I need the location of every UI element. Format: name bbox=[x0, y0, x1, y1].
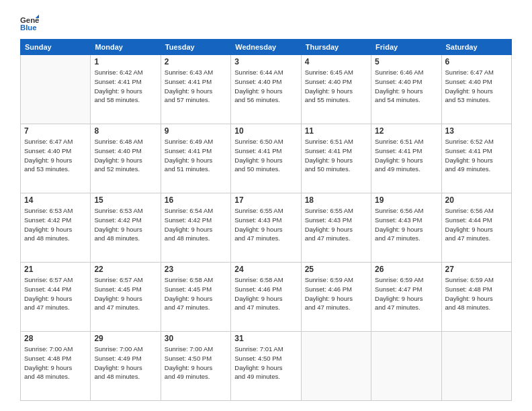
logo-icon: General Blue bbox=[20, 13, 39, 32]
header: General Blue bbox=[20, 13, 512, 32]
calendar-cell: 22Sunrise: 6:57 AM Sunset: 4:45 PM Dayli… bbox=[91, 263, 161, 332]
day-info: Sunrise: 7:00 AM Sunset: 4:49 PM Dayligh… bbox=[94, 345, 157, 381]
week-row-5: 28Sunrise: 7:00 AM Sunset: 4:48 PM Dayli… bbox=[21, 332, 512, 401]
calendar-cell: 2Sunrise: 6:43 AM Sunset: 4:41 PM Daylig… bbox=[161, 55, 230, 124]
day-info: Sunrise: 6:47 AM Sunset: 4:40 PM Dayligh… bbox=[24, 137, 87, 174]
calendar-cell bbox=[371, 332, 441, 401]
day-number: 14 bbox=[24, 195, 87, 205]
day-number: 25 bbox=[305, 265, 367, 274]
day-number: 5 bbox=[375, 57, 437, 66]
week-row-3: 14Sunrise: 6:53 AM Sunset: 4:42 PM Dayli… bbox=[21, 193, 512, 263]
day-info: Sunrise: 6:56 AM Sunset: 4:44 PM Dayligh… bbox=[445, 206, 508, 243]
calendar-cell: 6Sunrise: 6:47 AM Sunset: 4:40 PM Daylig… bbox=[441, 55, 511, 124]
calendar-cell: 26Sunrise: 6:59 AM Sunset: 4:47 PM Dayli… bbox=[371, 263, 441, 332]
day-info: Sunrise: 6:57 AM Sunset: 4:45 PM Dayligh… bbox=[94, 275, 157, 312]
day-info: Sunrise: 6:44 AM Sunset: 4:40 PM Dayligh… bbox=[234, 68, 297, 105]
calendar-cell: 31Sunrise: 7:01 AM Sunset: 4:50 PM Dayli… bbox=[231, 332, 301, 401]
page: General Blue SundayMondayTuesdayWednesda… bbox=[0, 0, 532, 411]
weekday-header-tuesday: Tuesday bbox=[161, 40, 230, 55]
day-info: Sunrise: 6:46 AM Sunset: 4:40 PM Dayligh… bbox=[375, 68, 437, 105]
day-number: 13 bbox=[445, 126, 508, 136]
calendar-cell: 21Sunrise: 6:57 AM Sunset: 4:44 PM Dayli… bbox=[21, 263, 91, 332]
day-number: 21 bbox=[24, 265, 87, 274]
day-number: 1 bbox=[94, 57, 157, 66]
calendar-cell: 15Sunrise: 6:53 AM Sunset: 4:42 PM Dayli… bbox=[91, 193, 161, 263]
day-number: 18 bbox=[305, 195, 367, 205]
calendar-cell: 18Sunrise: 6:55 AM Sunset: 4:43 PM Dayli… bbox=[301, 193, 371, 263]
day-number: 17 bbox=[234, 195, 297, 205]
calendar-cell: 17Sunrise: 6:55 AM Sunset: 4:43 PM Dayli… bbox=[231, 193, 301, 263]
calendar-cell: 4Sunrise: 6:45 AM Sunset: 4:40 PM Daylig… bbox=[301, 55, 371, 124]
week-row-2: 7Sunrise: 6:47 AM Sunset: 4:40 PM Daylig… bbox=[21, 124, 512, 193]
day-info: Sunrise: 6:51 AM Sunset: 4:41 PM Dayligh… bbox=[305, 137, 367, 174]
day-number: 26 bbox=[375, 265, 437, 274]
day-info: Sunrise: 6:49 AM Sunset: 4:41 PM Dayligh… bbox=[165, 137, 227, 174]
day-number: 2 bbox=[165, 57, 227, 66]
weekday-header-row: SundayMondayTuesdayWednesdayThursdayFrid… bbox=[21, 40, 512, 55]
calendar-cell: 12Sunrise: 6:51 AM Sunset: 4:41 PM Dayli… bbox=[371, 124, 441, 193]
day-info: Sunrise: 6:57 AM Sunset: 4:44 PM Dayligh… bbox=[24, 275, 87, 312]
day-info: Sunrise: 6:50 AM Sunset: 4:41 PM Dayligh… bbox=[234, 137, 297, 174]
day-info: Sunrise: 6:56 AM Sunset: 4:43 PM Dayligh… bbox=[375, 206, 437, 243]
day-info: Sunrise: 6:47 AM Sunset: 4:40 PM Dayligh… bbox=[445, 68, 508, 105]
day-info: Sunrise: 7:01 AM Sunset: 4:50 PM Dayligh… bbox=[234, 345, 297, 381]
day-number: 27 bbox=[445, 265, 508, 274]
calendar-cell: 14Sunrise: 6:53 AM Sunset: 4:42 PM Dayli… bbox=[21, 193, 91, 263]
weekday-header-friday: Friday bbox=[371, 40, 441, 55]
day-info: Sunrise: 6:55 AM Sunset: 4:43 PM Dayligh… bbox=[305, 206, 367, 243]
day-number: 6 bbox=[445, 57, 508, 66]
calendar-cell: 5Sunrise: 6:46 AM Sunset: 4:40 PM Daylig… bbox=[371, 55, 441, 124]
calendar-cell: 11Sunrise: 6:51 AM Sunset: 4:41 PM Dayli… bbox=[301, 124, 371, 193]
calendar-cell: 19Sunrise: 6:56 AM Sunset: 4:43 PM Dayli… bbox=[371, 193, 441, 263]
day-number: 22 bbox=[94, 265, 157, 274]
calendar-table: SundayMondayTuesdayWednesdayThursdayFrid… bbox=[20, 39, 512, 401]
day-number: 12 bbox=[375, 126, 437, 136]
calendar-cell: 23Sunrise: 6:58 AM Sunset: 4:45 PM Dayli… bbox=[161, 263, 230, 332]
svg-text:Blue: Blue bbox=[20, 24, 37, 32]
day-number: 30 bbox=[165, 334, 227, 343]
day-number: 16 bbox=[165, 195, 227, 205]
day-number: 10 bbox=[234, 126, 297, 136]
calendar-cell bbox=[441, 332, 511, 401]
day-info: Sunrise: 6:59 AM Sunset: 4:47 PM Dayligh… bbox=[375, 275, 437, 312]
day-number: 3 bbox=[234, 57, 297, 66]
day-info: Sunrise: 6:58 AM Sunset: 4:45 PM Dayligh… bbox=[165, 275, 227, 312]
calendar-body: 1Sunrise: 6:42 AM Sunset: 4:41 PM Daylig… bbox=[21, 55, 512, 401]
day-info: Sunrise: 6:45 AM Sunset: 4:40 PM Dayligh… bbox=[305, 68, 367, 105]
calendar-cell: 10Sunrise: 6:50 AM Sunset: 4:41 PM Dayli… bbox=[231, 124, 301, 193]
calendar-cell: 27Sunrise: 6:59 AM Sunset: 4:48 PM Dayli… bbox=[441, 263, 511, 332]
calendar-cell: 9Sunrise: 6:49 AM Sunset: 4:41 PM Daylig… bbox=[161, 124, 230, 193]
calendar-cell: 24Sunrise: 6:58 AM Sunset: 4:46 PM Dayli… bbox=[231, 263, 301, 332]
calendar-cell: 30Sunrise: 7:00 AM Sunset: 4:50 PM Dayli… bbox=[161, 332, 230, 401]
day-info: Sunrise: 6:51 AM Sunset: 4:41 PM Dayligh… bbox=[375, 137, 437, 174]
calendar-cell: 25Sunrise: 6:59 AM Sunset: 4:46 PM Dayli… bbox=[301, 263, 371, 332]
calendar-header: SundayMondayTuesdayWednesdayThursdayFrid… bbox=[21, 40, 512, 55]
weekday-header-sunday: Sunday bbox=[21, 40, 91, 55]
day-number: 8 bbox=[94, 126, 157, 136]
day-number: 20 bbox=[445, 195, 508, 205]
day-info: Sunrise: 6:43 AM Sunset: 4:41 PM Dayligh… bbox=[165, 68, 227, 105]
day-info: Sunrise: 6:53 AM Sunset: 4:42 PM Dayligh… bbox=[94, 206, 157, 243]
calendar-cell: 3Sunrise: 6:44 AM Sunset: 4:40 PM Daylig… bbox=[231, 55, 301, 124]
day-info: Sunrise: 6:54 AM Sunset: 4:42 PM Dayligh… bbox=[165, 206, 227, 243]
calendar-cell: 20Sunrise: 6:56 AM Sunset: 4:44 PM Dayli… bbox=[441, 193, 511, 263]
day-info: Sunrise: 6:48 AM Sunset: 4:40 PM Dayligh… bbox=[94, 137, 157, 174]
day-number: 28 bbox=[24, 334, 87, 343]
day-info: Sunrise: 6:52 AM Sunset: 4:41 PM Dayligh… bbox=[445, 137, 508, 174]
weekday-header-thursday: Thursday bbox=[301, 40, 371, 55]
day-number: 29 bbox=[94, 334, 157, 343]
day-info: Sunrise: 6:53 AM Sunset: 4:42 PM Dayligh… bbox=[24, 206, 87, 243]
day-info: Sunrise: 6:42 AM Sunset: 4:41 PM Dayligh… bbox=[94, 68, 157, 105]
calendar-cell: 28Sunrise: 7:00 AM Sunset: 4:48 PM Dayli… bbox=[21, 332, 91, 401]
day-info: Sunrise: 6:58 AM Sunset: 4:46 PM Dayligh… bbox=[234, 275, 297, 312]
day-number: 19 bbox=[375, 195, 437, 205]
day-number: 4 bbox=[305, 57, 367, 66]
day-number: 7 bbox=[24, 126, 87, 136]
weekday-header-wednesday: Wednesday bbox=[231, 40, 301, 55]
day-number: 24 bbox=[234, 265, 297, 274]
weekday-header-saturday: Saturday bbox=[441, 40, 511, 55]
day-info: Sunrise: 6:55 AM Sunset: 4:43 PM Dayligh… bbox=[234, 206, 297, 243]
calendar-cell: 29Sunrise: 7:00 AM Sunset: 4:49 PM Dayli… bbox=[91, 332, 161, 401]
calendar-cell: 13Sunrise: 6:52 AM Sunset: 4:41 PM Dayli… bbox=[441, 124, 511, 193]
calendar-cell bbox=[301, 332, 371, 401]
